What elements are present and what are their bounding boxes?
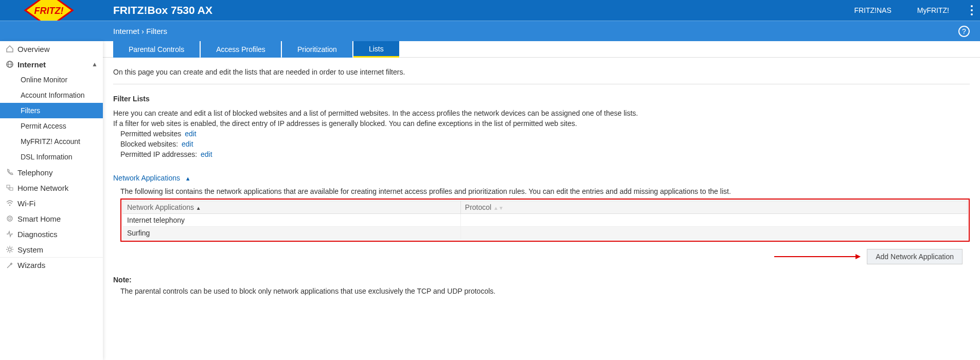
edit-blocked-websites[interactable]: edit	[182, 140, 193, 148]
sort-icon: ▲▼	[493, 205, 504, 211]
network-applications-toggle[interactable]: Network Applications ▲	[113, 174, 970, 182]
globe-icon	[4, 60, 15, 68]
tab-parental-controls[interactable]: Parental Controls	[113, 41, 200, 58]
blocked-websites-line: Blocked websites: edit	[120, 140, 970, 148]
tab-bar: Parental Controls Access Profiles Priori…	[0, 41, 980, 58]
svg-rect-5	[7, 185, 10, 188]
breadcrumb-parent[interactable]: Internet	[113, 27, 139, 35]
svg-text:FRITZ!: FRITZ!	[34, 6, 64, 16]
network-icon	[4, 184, 15, 192]
edit-permitted-ip[interactable]: edit	[201, 150, 212, 158]
link-myfritz[interactable]: MyFRITZ!	[917, 6, 949, 14]
tab-access-profiles[interactable]: Access Profiles	[201, 41, 281, 58]
tab-prioritization[interactable]: Prioritization	[282, 41, 352, 58]
page-intro: On this page you can create and edit the…	[113, 68, 970, 84]
sidebar-item-home-network[interactable]: Home Network	[0, 180, 103, 195]
sidebar-sub-filters[interactable]: Filters	[0, 103, 103, 118]
add-network-application-button[interactable]: Add Network Application	[867, 249, 963, 264]
breadcrumb-bar: Internet › Filters ?	[0, 21, 980, 41]
filter-lists-title: Filter Lists	[113, 95, 970, 103]
gear-icon	[4, 245, 15, 254]
sidebar-item-internet[interactable]: Internet ▲	[0, 57, 103, 72]
header-links: FRITZ!NAS MyFRITZ!	[854, 6, 949, 14]
sidebar-sub-account-information[interactable]: Account Information	[0, 87, 103, 103]
tab-lists[interactable]: Lists	[353, 41, 399, 58]
sidebar-item-wizards[interactable]: Wizards	[0, 257, 103, 273]
sidebar-item-smart-home[interactable]: Smart Home	[0, 211, 103, 226]
network-applications-desc: The following list contains the network …	[120, 187, 970, 195]
svg-line-13	[7, 264, 11, 268]
svg-point-9	[9, 205, 11, 206]
svg-point-10	[7, 216, 12, 221]
edit-permitted-websites[interactable]: edit	[185, 130, 197, 138]
sidebar-item-system[interactable]: System	[0, 242, 103, 257]
network-applications-table-highlight: Network Applications ▲ Protocol ▲▼ Inter…	[120, 199, 970, 242]
sidebar-item-diagnostics[interactable]: Diagnostics	[0, 226, 103, 242]
chevron-up-icon: ▲	[92, 61, 98, 68]
filter-lists-desc2: If a filter for web sites is enabled, th…	[113, 119, 970, 128]
add-button-row: Add Network Application	[113, 249, 963, 264]
table-row[interactable]: Surfing	[123, 227, 968, 240]
breadcrumb-current: Filters	[146, 27, 167, 35]
permitted-websites-line: Permitted websites edit	[120, 130, 970, 138]
sidebar-item-telephony[interactable]: Telephony	[0, 165, 103, 180]
sidebar-item-wifi[interactable]: Wi-Fi	[0, 195, 103, 211]
network-applications-table: Network Applications ▲ Protocol ▲▼ Inter…	[122, 201, 968, 240]
main-content: On this page you can create and edit the…	[103, 58, 980, 295]
sidebar-sub-dsl-information[interactable]: DSL Information	[0, 149, 103, 165]
note-title: Note:	[113, 276, 970, 284]
device-title: FRITZ!Box 7530 AX	[113, 4, 212, 16]
col-network-applications[interactable]: Network Applications ▲	[123, 201, 461, 214]
help-icon[interactable]: ?	[958, 26, 970, 37]
wifi-icon	[4, 199, 15, 207]
header-menu-icon[interactable]	[971, 5, 973, 15]
note-body: The parental controls can be used to blo…	[120, 287, 970, 295]
svg-rect-11	[9, 218, 11, 220]
sidebar: Overview Internet ▲ Online Monitor Accou…	[0, 41, 103, 360]
filter-lists-body: Here you can create and edit a list of b…	[113, 109, 970, 158]
smarthome-icon	[4, 214, 15, 223]
phone-icon	[4, 168, 15, 176]
table-row[interactable]: Internet telephony	[123, 214, 968, 227]
wand-icon	[4, 261, 15, 269]
sort-icon: ▲	[196, 205, 201, 211]
app-header: FRITZ! FRITZ!Box 7530 AX FRITZ!NAS MyFRI…	[0, 0, 980, 21]
chevron-up-icon: ▲	[185, 175, 191, 182]
col-protocol[interactable]: Protocol ▲▼	[460, 201, 967, 214]
annotation-arrow	[774, 256, 857, 257]
link-fritznas[interactable]: FRITZ!NAS	[854, 6, 891, 14]
sidebar-sub-myfritz-account[interactable]: MyFRITZ! Account	[0, 134, 103, 149]
sidebar-item-overview[interactable]: Overview	[0, 41, 103, 57]
permitted-ip-line: Permitted IP addresses: edit	[120, 150, 970, 158]
home-icon	[4, 45, 15, 53]
sidebar-sub-online-monitor[interactable]: Online Monitor	[0, 72, 103, 87]
filter-lists-desc1: Here you can create and edit a list of b…	[113, 109, 970, 117]
sidebar-sub-permit-access[interactable]: Permit Access	[0, 118, 103, 134]
svg-point-12	[8, 248, 11, 251]
svg-rect-6	[10, 188, 13, 190]
diagnostics-icon	[4, 230, 15, 238]
